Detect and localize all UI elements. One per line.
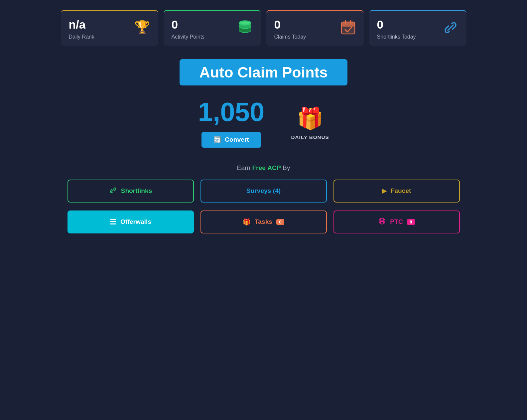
offerwalls-icon: ☰: [110, 217, 116, 226]
stat-card-daily-rank: n/a Daily Rank 🏆: [61, 10, 158, 46]
stat-card-claims-today: 0 Claims Today: [266, 10, 364, 46]
claims-today-value: 0: [274, 18, 306, 31]
points-value: 1,050: [198, 99, 264, 125]
convert-icon: 🔄: [213, 136, 221, 144]
earn-buttons-row-2: ☰ Offerwalls 🎁 Tasks 0 PTC 8: [61, 210, 466, 233]
faucet-button[interactable]: ▶ Faucet: [333, 180, 460, 203]
svg-point-16: [381, 220, 383, 222]
earn-suffix: By: [281, 164, 290, 171]
faucet-label: Faucet: [391, 187, 411, 195]
coins-icon: [237, 20, 253, 36]
daily-bonus[interactable]: 🎁 DAILY BONUS: [291, 106, 329, 140]
earn-title: Earn Free ACP By: [237, 164, 290, 172]
daily-bonus-label: DAILY BONUS: [291, 134, 329, 140]
earn-prefix: Earn: [237, 164, 252, 171]
earn-section: Earn Free ACP By Shortlinks Surveys (4) …: [61, 164, 466, 233]
offerwalls-button[interactable]: ☰ Offerwalls: [67, 210, 194, 233]
tasks-label: Tasks: [255, 218, 272, 225]
ptc-button[interactable]: PTC 8: [333, 210, 460, 233]
surveys-label: Surveys (4): [246, 187, 281, 195]
daily-rank-label: Daily Rank: [69, 34, 94, 40]
earn-acp: ACP: [267, 164, 281, 171]
tasks-badge: 0: [276, 219, 284, 225]
shortlinks-today-value: 0: [377, 18, 416, 31]
earn-buttons-row-1: Shortlinks Surveys (4) ▶ Faucet: [61, 180, 466, 203]
svg-rect-8: [341, 22, 355, 27]
ptc-icon: [378, 217, 386, 227]
claims-today-label: Claims Today: [274, 34, 306, 40]
shortlinks-label: Shortlinks: [121, 187, 152, 195]
convert-button[interactable]: 🔄 Convert: [201, 132, 261, 148]
surveys-button[interactable]: Surveys (4): [200, 180, 327, 203]
trophy-icon: 🏆: [134, 20, 150, 35]
shortlinks-today-label: Shortlinks Today: [377, 34, 416, 40]
earn-free: Free: [252, 164, 266, 171]
tasks-button[interactable]: 🎁 Tasks 0: [200, 210, 327, 233]
shortlinks-button[interactable]: Shortlinks: [67, 180, 194, 203]
stat-card-shortlinks-today: 0 Shortlinks Today: [369, 10, 466, 46]
convert-label: Convert: [225, 136, 249, 143]
ptc-badge: 8: [407, 219, 415, 225]
daily-rank-value: n/a: [69, 18, 94, 31]
shortlinks-icon: [109, 186, 117, 196]
stat-card-activity-points: 0 Activity Points: [164, 10, 261, 46]
svg-point-5: [240, 22, 250, 25]
points-area: 1,050 🔄 Convert 🎁 DAILY BONUS: [61, 99, 466, 148]
ptc-label: PTC: [390, 218, 403, 225]
gift-icon: 🎁: [297, 106, 324, 131]
faucet-icon: ▶: [382, 188, 387, 195]
tasks-gift-icon: 🎁: [243, 218, 251, 226]
calendar-icon: [340, 20, 356, 38]
offerwalls-label: Offerwalls: [120, 218, 151, 225]
activity-points-label: Activity Points: [172, 34, 205, 40]
points-left: 1,050 🔄 Convert: [198, 99, 264, 148]
activity-points-value: 0: [172, 18, 205, 31]
acp-banner: Auto Claim Points: [180, 59, 348, 85]
main-content: Auto Claim Points 1,050 🔄 Convert 🎁 DAIL…: [61, 59, 466, 233]
acp-banner-text: Auto Claim Points: [199, 64, 328, 80]
link-icon: [443, 20, 459, 39]
stats-row: n/a Daily Rank 🏆 0 Activity Points 0 Cla…: [61, 10, 466, 46]
